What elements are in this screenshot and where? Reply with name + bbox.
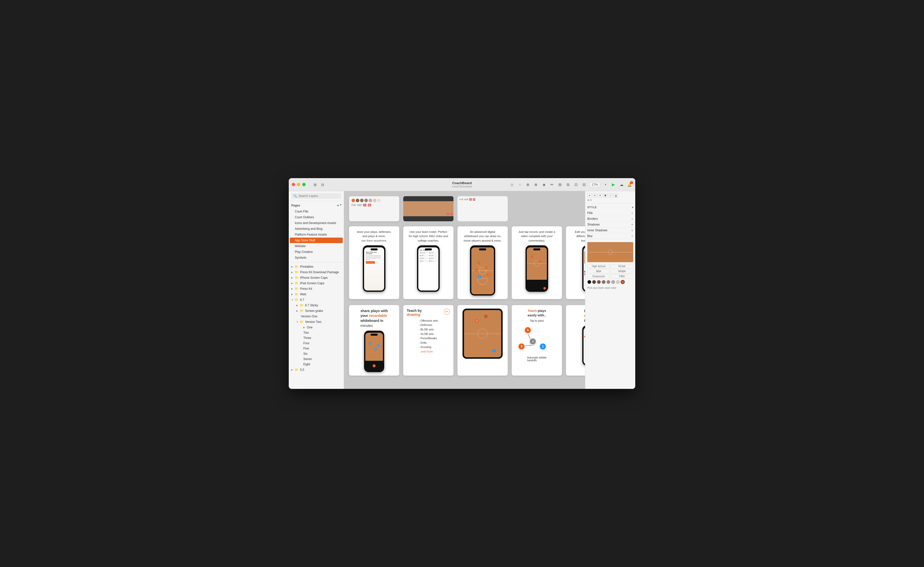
align-left-icon[interactable]: ≡ [587,193,592,198]
sidebar-item-one[interactable]: ▶ One [301,325,343,330]
frame-icon[interactable]: ⊞ [557,182,563,188]
nba-label[interactable]: NBA [587,269,610,273]
add-inner-shadow-icon[interactable]: + [631,228,633,232]
add-border-icon[interactable]: + [631,217,633,221]
two-label: Two [303,331,309,334]
sidebar-group-press-kit[interactable]: ▶ 📁 Press Kit [289,286,344,291]
sidebar-item-six[interactable]: Six [301,351,343,356]
italic-icon[interactable]: I [608,193,613,198]
duplicate-icon[interactable]: ⧉ [566,182,571,188]
zoom-level[interactable]: 17% [590,182,600,187]
sidebar-group-67[interactable]: ▼ 📁 6.7 [289,297,344,303]
bottom-card-2: Teach bydrawing ✏ - Offensive sets - Def… [403,305,453,376]
sidebar: 🔍 Pages + ▾ Court Fills Court Outlin [289,191,344,389]
sidebar-item-three[interactable]: Three [301,335,343,340]
notification-icon[interactable]: 🔔 1 [627,182,632,188]
swatch-medium-brown[interactable] [602,280,606,284]
ncaa-label[interactable]: NCAA [611,264,633,268]
swatch-brown[interactable] [597,280,601,284]
close-button[interactable] [292,183,295,186]
sidebar-item-seven[interactable]: Seven [301,357,343,362]
inner-shadows-row: Inner Shadows + [587,228,633,233]
swatch-light-brown[interactable] [606,280,610,284]
component-icon[interactable]: ◈ [541,182,547,188]
swatch-beige[interactable] [616,280,620,284]
chevron-pages-icon[interactable]: ▾ [340,204,341,207]
sidebar-item-two[interactable]: Two [301,330,343,335]
minimize-button[interactable] [297,183,300,186]
expand-arrow-press-kit-dl: ▶ [291,271,294,273]
grid-view-icon[interactable]: ⊟ [320,182,325,187]
feature1-text: store your plays, defenses,and plays & m… [357,230,391,243]
feature3-phone: 1 2 3 4 5 [470,245,495,296]
paste-icon[interactable]: ⊟ [581,182,587,188]
chevron-down-icon[interactable]: ▾ [603,182,608,188]
underline-icon[interactable]: U [614,193,618,198]
sidebar-group-press-kit-dl[interactable]: ▶ 📁 Press Kit Download Package [289,270,344,275]
right-panel-format-row: ≡ ≡ ≡ B I U [587,193,633,198]
swatch-dark-brown[interactable] [592,280,596,284]
swatch-tan[interactable] [611,280,615,284]
sidebar-item-play-creation[interactable]: Play Creation [290,249,343,255]
edit-icon[interactable]: ✏ [549,182,555,188]
sidebar-item-court-fills[interactable]: Court Fills [290,209,343,214]
sidebar-group-version-two[interactable]: ▼ 📁 Version Two [294,319,344,325]
play-button[interactable]: ▶ [611,182,616,188]
sidebar-group-55[interactable]: ▶ 📁 5.5 [289,367,344,373]
sidebar-group-ipad-caps[interactable]: ▶ 📁 iPad Screen Caps [289,280,344,286]
document-icon[interactable]: ⊞ [313,182,318,187]
sidebar-group-web[interactable]: ▶ 📁 Web [289,291,344,297]
drawing-icon: ✏ [444,309,450,315]
maximize-button[interactable] [302,183,305,186]
sidebar-group-67sticky[interactable]: ▶ 📁 6.7 Sticky [294,303,344,308]
sidebar-item-eight[interactable]: Eight [301,362,343,367]
sidebar-item-version-one[interactable]: Version One [295,314,343,319]
high-school-label[interactable]: High School [587,264,610,268]
feature3-text: An advanced digitalwhiteboard you can dr… [464,230,502,243]
bottom5-phone: Diag... Dribble Pass Shot Screen ■ [582,326,585,366]
app-store-label: App Store Stuff [295,238,315,242]
add-blur-icon[interactable]: + [631,234,633,238]
diamond-icon[interactable]: ◇ [509,182,515,188]
link-icon[interactable]: ⊞ [587,199,589,201]
search-input[interactable] [298,194,339,198]
sidebar-group-printables[interactable]: ▶ 📁 Printables [289,264,344,270]
sidebar-item-advertising[interactable]: Advertising and Blog [290,226,343,232]
sidebar-item-four[interactable]: Four [301,341,343,346]
align-center-icon[interactable]: ≡ [593,193,597,198]
search-box[interactable]: 🔍 [291,193,341,199]
bottom4-auto: Automatic dribblehandoffs [527,356,546,362]
wnba-label[interactable]: WNBA [611,269,633,273]
copy-icon[interactable]: ⊡ [573,182,579,188]
swatch-orange[interactable] [621,280,625,284]
style-chevron-icon[interactable]: ▾ [632,206,634,209]
share-icon[interactable]: ⊗ [525,182,531,188]
sidebar-group-screengrabs[interactable]: ▶ 📁 Screen grabs [294,308,344,314]
bold-icon[interactable]: B [603,193,608,198]
cloud-icon[interactable]: ☁ [619,182,624,188]
sidebar-group-iphone-caps[interactable]: ▶ 📁 iPhone Screen Caps [289,275,344,280]
add-page-icon[interactable]: + [337,204,339,207]
add-fill-icon[interactable]: + [631,211,633,215]
bottom-card-4: Teach playseasily with.. Tap to pass 5 [512,305,562,376]
pages-section: Pages + ▾ Court Fills Court Outlines Ico… [289,201,344,262]
sidebar-item-website[interactable]: Website [290,243,343,249]
canvas-scroll[interactable]: FullHalf ● ■ [344,191,585,389]
grassroots-label[interactable]: Grassroots [587,274,610,279]
swatch-black[interactable] [587,280,591,284]
align-right-icon[interactable]: ≡ [598,193,602,198]
sidebar-item-five[interactable]: Five [301,346,343,351]
feature2-text: Use your team roster. Perfectfor high sc… [409,230,448,243]
upload-icon[interactable]: ↑ [517,182,523,188]
sidebar-item-court-outlines[interactable]: Court Outlines [290,214,343,220]
color-text-icon[interactable]: A [590,199,592,201]
fiba-label[interactable]: FIBA [611,274,633,279]
sidebar-item-platform[interactable]: Platform Feature Assets [290,232,343,237]
expand-arrow-55: ▶ [291,369,294,371]
sidebar-item-icons-dev[interactable]: Icons and Development Assets [290,220,343,226]
sidebar-item-app-store[interactable]: App Store Stuff [290,238,343,243]
add-shadow-icon[interactable]: + [631,222,633,226]
sidebar-item-symbols[interactable]: Symbols [290,255,343,260]
dynamic-island-4 [533,248,540,250]
mask-icon[interactable]: ⊕ [533,182,539,188]
